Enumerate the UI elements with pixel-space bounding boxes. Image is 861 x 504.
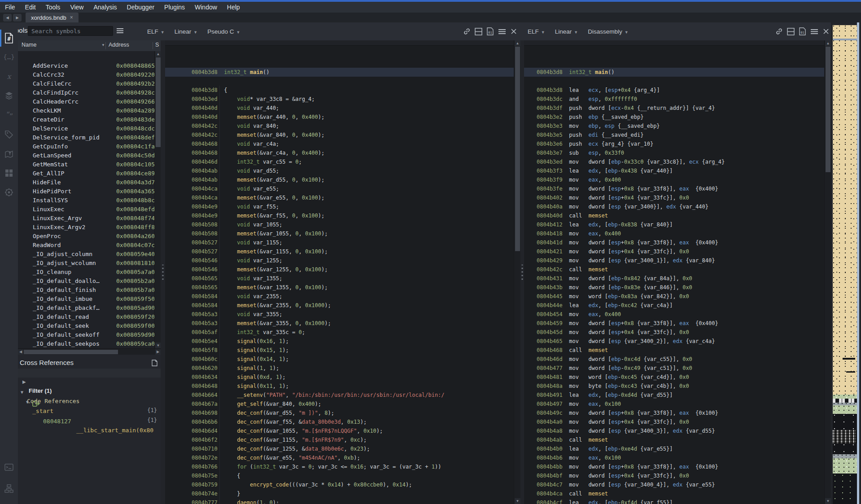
- grid-icon[interactable]: [0, 165, 18, 181]
- symbol-row[interactable]: LinuxExec_Argv20x008048ff8: [18, 214, 161, 223]
- tab-xorddos[interactable]: xorddos.bndb ×: [26, 13, 79, 22]
- code-line[interactable]: 0804b3d8 {: [165, 86, 514, 95]
- code-line[interactable]: 0804b60c signal(0x14, 1);: [165, 355, 514, 364]
- code-line[interactable]: 0804b546 void var_1255;: [165, 256, 514, 265]
- code-line[interactable]: 0804b459 mov dword [esp+0x8 {var_33f8}],…: [524, 319, 825, 328]
- code-line[interactable]: 0804b5af int32_t var_335c = 0;: [165, 328, 514, 337]
- code-line[interactable]: 0804b41d mov dword [esp+0x8 {var_33f8}],…: [524, 238, 825, 247]
- menu-help[interactable]: Help: [222, 4, 245, 11]
- symbol-row[interactable]: _IO_default_finish0x00805b7a0: [18, 277, 161, 286]
- mini-graph-icon[interactable]: [0, 481, 18, 496]
- arch-dropdown[interactable]: ELF▼: [147, 28, 165, 35]
- code-line[interactable]: 0804b634 signal(0xd, 1);: [165, 373, 514, 382]
- code-line[interactable]: 0804b4a8 mov dword [esp {var_3400_3}], e…: [524, 426, 825, 435]
- menu-file[interactable]: File: [0, 4, 20, 11]
- code-line[interactable]: 0804b40a mov dword [esp {var_3400}], edx…: [524, 202, 825, 211]
- code-line[interactable]: 0804b648 signal(0x11, 1);: [165, 382, 514, 391]
- menu-analysis[interactable]: Analysis: [88, 4, 122, 11]
- code-line[interactable]: 0804b3e2 push ebp {__saved_ebp}: [524, 113, 825, 122]
- symbol-row[interactable]: CreateDir0x0080483de: [18, 106, 161, 115]
- symbol-row[interactable]: _IO_default_seekpos0x008059ca0: [18, 330, 161, 339]
- code-line[interactable]: 0804b4a0 mov dword [esp+0x4 {var_33fc}],…: [524, 417, 825, 426]
- code-line[interactable]: 0804b4ab void var_d55;: [165, 166, 514, 175]
- code-line[interactable]: 0804b72e dec_conf(&var_e55, "m4S4nAC/nA"…: [165, 453, 514, 462]
- symbol-row[interactable]: CalcFileCrc0x0080492b2: [18, 70, 161, 79]
- code-line[interactable]: 0804b445 mov word [ebp-0x83a {var_842}],…: [524, 292, 825, 301]
- code-line[interactable]: 0804b4ca void var_e55;: [165, 184, 514, 193]
- map-pin-icon[interactable]: [0, 146, 18, 161]
- code-line[interactable]: 0804b777 daemon(1, 0);: [165, 498, 514, 504]
- code-line[interactable]: 0804b4bf mov dword [esp+0x4 {var_33fc}],…: [524, 471, 825, 480]
- code-line[interactable]: 0804b4b6 mov eax, 0x100: [524, 453, 825, 462]
- symbol-row[interactable]: InstallSYS0x008048b8c: [18, 187, 161, 196]
- code-line[interactable]: 0804b412 lea edx, [ebp-0x838 {var_840}]: [524, 220, 825, 229]
- layers-icon[interactable]: [0, 88, 18, 104]
- code-line[interactable]: 0804b3df push dword [ecx-0x4 {__return_a…: [524, 104, 825, 113]
- code-line[interactable]: 0804b5e4 signal(0x16, 1);: [165, 337, 514, 346]
- code-line[interactable]: 0804b40d call memset: [524, 211, 825, 220]
- braces-icon[interactable]: {…}: [0, 50, 18, 65]
- code-line[interactable]: 0804b527 void var_1155;: [165, 238, 514, 247]
- code-line[interactable]: 0804b42c void var_840;: [165, 122, 514, 130]
- code-line[interactable]: 0804b759 encrypt_code(((var_3c * 0x14) +…: [165, 480, 514, 489]
- link-icon[interactable]: [463, 28, 471, 35]
- code-line[interactable]: 0804b46d mov dword [ebp-0xc4d {var_c55}]…: [524, 355, 825, 364]
- menu-debugger[interactable]: Debugger: [122, 4, 160, 11]
- menu-tools[interactable]: Tools: [41, 4, 66, 11]
- code-line[interactable]: 0804b4ab call memset: [524, 435, 825, 444]
- code-line[interactable]: 0804b5a3 void var_3355;: [165, 310, 514, 319]
- symbol-row[interactable]: LinuxExec0x008048efd: [18, 196, 161, 205]
- code-line[interactable]: 0804b418 mov eax, 0x400: [524, 229, 825, 238]
- code-line[interactable]: 0804b5f8 signal(0x15, 1);: [165, 346, 514, 355]
- tag-icon[interactable]: [0, 127, 18, 142]
- symbol-row[interactable]: HideFile0x00804a3d7: [18, 169, 161, 178]
- arch-dropdown[interactable]: ELF▼: [528, 28, 545, 35]
- symbol-row[interactable]: _IO_default_pbackf…0x00805ad90: [18, 295, 161, 304]
- symbol-row[interactable]: _IO_adjust_column0x008059e40: [18, 241, 161, 250]
- code-line[interactable]: 0804b75e {: [165, 471, 514, 480]
- link-icon[interactable]: [775, 28, 783, 35]
- code-line[interactable]: 0804b402 mov dword [esp+0x4 {var_33fc}],…: [524, 193, 825, 202]
- code-line[interactable]: 0804b4cf lea edx, [ebp-0xf4d {var_f55}]: [524, 498, 825, 504]
- close-icon[interactable]: [510, 28, 517, 35]
- symbol-row[interactable]: _IO_default_imbue0x008059f50: [18, 286, 161, 295]
- code-line[interactable]: 0804b3dc and esp, 0xfffffff0: [524, 95, 825, 104]
- xref-group[interactable]: ▼ Code References {1}: [18, 379, 161, 388]
- xref-group[interactable]: ▼ _start {1}: [18, 389, 161, 398]
- code-line[interactable]: 0804b6d4 dec_conf(&var_1055, "m.[$nFR$7n…: [165, 426, 514, 435]
- symbol-row[interactable]: GetMemStat0x00804c105: [18, 151, 161, 160]
- code-line[interactable]: 0804b3e3 mov ebp, esp {__saved_ebp}: [524, 122, 825, 130]
- code-line[interactable]: 0804b48a mov byte [ebp-0xc43 {var_c4b}],…: [524, 382, 825, 391]
- code-line[interactable]: 0804b546 memset(&var_1255, 0, 0x100);: [165, 265, 514, 274]
- symbols-menu-icon[interactable]: [117, 27, 123, 35]
- code-line[interactable]: 0804b42c call memset: [524, 265, 825, 274]
- code-line[interactable]: 0804b565 void var_1355;: [165, 274, 514, 283]
- code-line[interactable]: 0804b5a3 memset(&var_3355, 0, 0x1000);: [165, 319, 514, 328]
- console-icon[interactable]: [0, 460, 18, 475]
- code-line[interactable]: 0804b465 mov dword [esp {var_3400_2}], e…: [524, 337, 825, 346]
- symbol-row[interactable]: GetLanSpeed0x00804c50d: [18, 142, 161, 151]
- code-line[interactable]: 0804b481 mov word [ebp-0xc45 {var_c4d}],…: [524, 373, 825, 382]
- code-line[interactable]: 0804b421 mov dword [esp+0x4 {var_33fc}],…: [524, 247, 825, 256]
- code-line[interactable]: 0804b3e7 sub esp, 0x33f0: [524, 148, 825, 157]
- symbol-row[interactable]: AddService0x008048865: [18, 52, 161, 61]
- code-line[interactable]: 0804b6f2 dec_conf(&var_1155, "m.[$nFR$7n…: [165, 435, 514, 444]
- view-type-dropdown[interactable]: Disassembly▼: [588, 28, 628, 35]
- code-line[interactable]: 0804b3f9 mov eax, 0x400: [524, 175, 825, 184]
- variable-x-icon[interactable]: x: [0, 69, 18, 84]
- symbol-row[interactable]: LinuxExec_Argv0x008048f74: [18, 205, 161, 214]
- symbol-row[interactable]: _IO_cleanup0x00805a7a0: [18, 259, 161, 268]
- code-line[interactable]: 0804b67a get_self(&var_840, 0x400);: [165, 400, 514, 408]
- symbol-row[interactable]: _IO_default_seek0x008059f00: [18, 313, 161, 322]
- vertical-splitter[interactable]: [161, 40, 165, 504]
- code-line[interactable]: 0804b468 void var_c4a;: [165, 139, 514, 148]
- code-line[interactable]: 0804b4e9 void var_f55;: [165, 202, 514, 211]
- symbol-row[interactable]: DelService0x008048cdc: [18, 115, 161, 124]
- symbol-row[interactable]: _IO_default_doallo…0x00805b2a0: [18, 268, 161, 277]
- symbol-row[interactable]: CheckLKM0x00804a289: [18, 97, 161, 106]
- code-line[interactable]: 0804b4e9 memset(&var_f55, 0, 0x100);: [165, 211, 514, 220]
- view-type-dropdown[interactable]: Pseudo C▼: [207, 28, 240, 35]
- symbol-row[interactable]: OpenProc0x00804a260: [18, 223, 161, 232]
- symbol-row[interactable]: HidePidPort0x00804a365: [18, 178, 161, 187]
- code-line[interactable]: 0804b44e lea edx, [ebp-0xc42 {var_c4a}]: [524, 301, 825, 310]
